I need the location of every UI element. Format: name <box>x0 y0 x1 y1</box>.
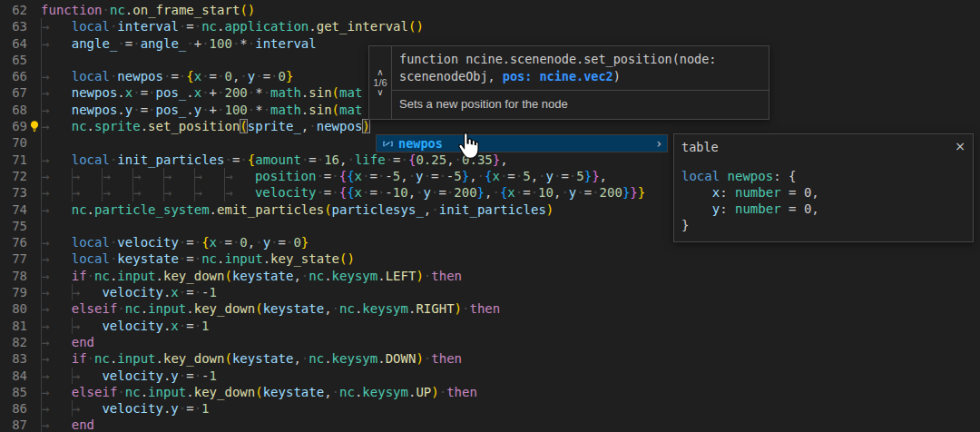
code-line[interactable]: 77→local·keystate·=·nc.input.key_state() <box>0 250 980 267</box>
suggestion-item-newpos[interactable]: newpos › <box>376 134 668 152</box>
code-line[interactable]: 81→→velocity.x·=·1 <box>0 318 980 334</box>
line-number[interactable]: 80 <box>0 300 27 317</box>
line-number[interactable]: 78 <box>0 268 27 284</box>
code-line[interactable]: 63→local·interval·=·nc.application.get_i… <box>0 18 980 34</box>
line-number[interactable]: 79 <box>0 284 27 300</box>
line-number[interactable]: 87 <box>0 417 27 432</box>
line-number[interactable]: 68 <box>0 102 27 118</box>
signature-pager: ∧ 1/6 ∨ <box>369 46 392 119</box>
line-number[interactable]: 82 <box>0 334 27 350</box>
chevron-up-icon[interactable]: ∧ <box>377 68 383 77</box>
code-line[interactable]: 82→end <box>0 334 980 350</box>
line-number[interactable]: 65 <box>0 52 27 68</box>
code-line[interactable]: 83→if·nc.input.key_down(keystate,·nc.key… <box>0 350 980 367</box>
line-number[interactable]: 62 <box>0 2 27 18</box>
line-number[interactable]: 66 <box>0 68 27 84</box>
signature-line1: function ncine.scenenode.set_position(no… <box>399 52 717 66</box>
line-number[interactable]: 72 <box>0 168 27 184</box>
code-line[interactable]: 87→end <box>0 417 980 432</box>
detail-title: table <box>681 140 719 154</box>
code-editor-window: 62function·nc.on_frame_start()63→local·i… <box>0 0 980 432</box>
line-number[interactable]: 75 <box>0 218 27 234</box>
line-number[interactable]: 64 <box>0 35 27 52</box>
signature-line2-pre: scenenodeObj, <box>399 69 503 83</box>
signature-active-parameter: pos: ncine.vec2 <box>503 69 613 83</box>
line-number[interactable]: 74 <box>0 201 27 218</box>
line-number[interactable]: 71 <box>0 152 27 168</box>
signature-text: function ncine.scenenode.set_position(no… <box>392 46 769 90</box>
line-number[interactable]: 73 <box>0 184 27 201</box>
signature-help-popup: ∧ 1/6 ∨ function ncine.scenenode.set_pos… <box>368 45 769 120</box>
close-icon[interactable]: × <box>955 140 965 152</box>
line-number[interactable]: 84 <box>0 368 27 384</box>
code-line[interactable]: 62function·nc.on_frame_start() <box>0 2 980 18</box>
code-line[interactable]: 86→→velocity.y·=·1 <box>0 400 980 417</box>
line-number[interactable]: 77 <box>0 250 27 267</box>
line-number[interactable]: 86 <box>0 400 27 417</box>
code-line[interactable]: 78→if·nc.input.key_down(keystate,·nc.key… <box>0 268 980 284</box>
variable-icon <box>380 136 395 151</box>
line-number[interactable]: 67 <box>0 84 27 101</box>
chevron-down-icon[interactable]: ∨ <box>377 88 383 97</box>
code-line[interactable]: 84→→velocity.y·=·-1 <box>0 368 980 384</box>
signature-docs: Sets a new position for the node <box>392 90 769 119</box>
line-number[interactable]: 76 <box>0 234 27 250</box>
suggestion-label: newpos <box>398 136 656 151</box>
signature-line2-post: ) <box>613 69 621 83</box>
code-line[interactable]: 79→→velocity.x·=·-1 <box>0 284 980 300</box>
code-line[interactable]: 85→elseif·nc.input.key_down(keystate,·nc… <box>0 384 980 400</box>
line-number[interactable]: 81 <box>0 318 27 334</box>
line-number[interactable]: 69 <box>0 118 27 134</box>
suggestion-detail-panel: table × local newpos: { x: number = 0, y… <box>673 133 974 242</box>
code-line[interactable]: 69→nc.sprite.set_position(sprite_,·newpo… <box>0 118 980 134</box>
line-number[interactable]: 85 <box>0 384 27 400</box>
code-line[interactable]: 80→elseif·nc.input.key_down(keystate,·nc… <box>0 300 980 317</box>
line-number[interactable]: 63 <box>0 18 27 34</box>
line-number[interactable]: 70 <box>0 134 27 151</box>
chevron-right-icon[interactable]: › <box>656 136 662 151</box>
detail-type-code: local newpos: { x: number = 0, y: number… <box>681 168 965 233</box>
line-number[interactable]: 83 <box>0 350 27 367</box>
